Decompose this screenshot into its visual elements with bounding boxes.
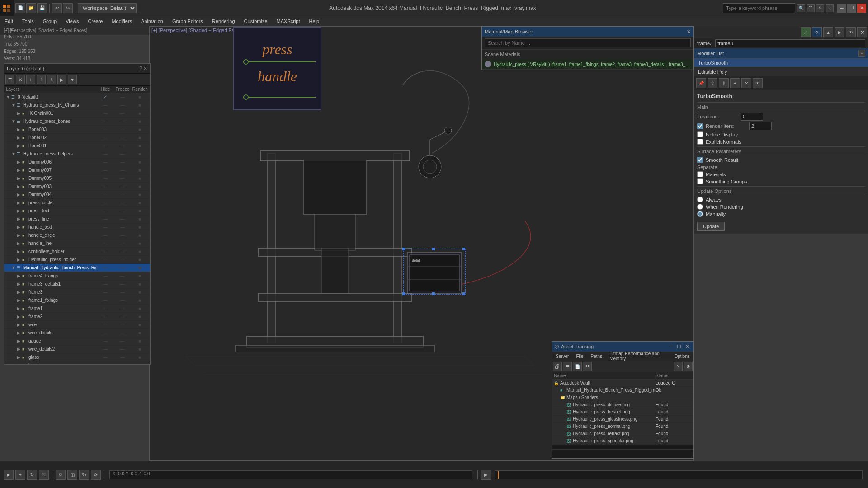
ts-render-iters-input[interactable]: 2 — [749, 122, 772, 130]
expand-handle_text[interactable]: ▶ — [17, 225, 22, 230]
freeze-col-press_circle[interactable]: — — [114, 200, 131, 205]
render-col-bone002[interactable]: ■ — [131, 135, 148, 140]
menu-help[interactable]: Help — [305, 16, 324, 26]
asset-row-manual-hydraulic-bench-press-r[interactable]: ■ Manual_Hydraulic_Bench_Press_Rigged_ma… — [552, 387, 693, 394]
render-col-dummy005[interactable]: ■ — [131, 176, 148, 181]
prop-name-input[interactable] — [715, 39, 865, 47]
layer-item-ikchain001[interactable]: ▶ ■ IK Chain001 — — ■ — [4, 109, 150, 117]
freeze-col-dummy004[interactable]: — — [114, 192, 131, 197]
expand-bone003[interactable]: ▶ — [17, 127, 22, 132]
expand-glass[interactable]: ▶ — [17, 355, 22, 360]
layer-move-up-btn[interactable]: ⇧ — [37, 75, 46, 84]
spinner-btn[interactable]: ⟳ — [91, 470, 101, 480]
menu-tools[interactable]: Tools — [18, 16, 38, 26]
filter-btn[interactable]: ☷ — [807, 4, 815, 12]
delete-modifier-btn[interactable]: ✕ — [741, 78, 751, 88]
layer-item-bone002[interactable]: ▶ ■ Bone002 — — ■ — [4, 134, 150, 142]
minimize-btn[interactable]: ─ — [837, 4, 846, 13]
expand-dummy006[interactable]: ▶ — [17, 160, 22, 164]
expand-handle_line[interactable]: ▶ — [17, 241, 22, 246]
layer-item-dummy003[interactable]: ▶ ■ Dummy003 — — ■ — [4, 183, 150, 191]
layer-item-hpbones[interactable]: ▼ ☰ Hydraulic_press_bones — — ■ — [4, 117, 150, 126]
layer-item-hand[interactable]: ▶ ■ hand — — ■ — [4, 361, 150, 364]
expand-layer0[interactable]: ▼ — [6, 94, 11, 99]
hide-col-hpik[interactable]: — — [97, 103, 114, 108]
hide-col-glass[interactable]: — — [97, 355, 114, 360]
ts-always-radio[interactable] — [697, 197, 703, 202]
prop-modify-tab[interactable]: ⛭ — [812, 27, 822, 37]
menu-maxscript[interactable]: MAXScript — [272, 16, 305, 26]
scale-btn[interactable]: ⇱ — [39, 470, 49, 480]
freeze-col-wire_details[interactable]: — — [114, 330, 131, 335]
render-col-handle_circle[interactable]: ■ — [131, 233, 148, 238]
layer-item-frame3_details1[interactable]: ▶ ■ frame3_details1 — — ■ — [4, 280, 150, 288]
layer-new-btn[interactable]: ☰ — [5, 75, 14, 84]
freeze-col-mhbpr[interactable]: — — [114, 265, 131, 270]
layer-item-press_circle[interactable]: ▶ ■ press_circle — — ■ — [4, 199, 150, 207]
modifier-turbosmooth[interactable]: TurboSmooth — [694, 58, 868, 67]
freeze-col-frame4_fixings[interactable]: — — [114, 273, 131, 278]
update-btn[interactable]: Update — [697, 222, 725, 231]
layer-item-wire_details[interactable]: ▶ ■ wire_details — — ■ — [4, 329, 150, 337]
ts-explicit-check[interactable] — [697, 139, 703, 145]
asset-menu-file[interactable]: File — [572, 352, 587, 361]
angle-btn[interactable]: ◫ — [67, 470, 77, 480]
render-col-frame2[interactable]: ■ — [131, 314, 148, 319]
freeze-col-dummy005[interactable]: — — [114, 176, 131, 181]
hide-col-dummy006[interactable]: — — [97, 160, 114, 164]
freeze-col-hphelpers[interactable]: — — [114, 151, 131, 156]
hide-col-frame1_fixings[interactable]: — — [97, 298, 114, 303]
menu-create[interactable]: Create — [83, 16, 107, 26]
render-col-press_text[interactable]: ■ — [131, 208, 148, 213]
freeze-col-dummy007[interactable]: — — [114, 168, 131, 173]
hide-col-frame4_fixings[interactable]: — — [97, 273, 114, 278]
render-col-layer0[interactable]: ■ — [131, 94, 148, 99]
undo-btn[interactable]: ↩ — [52, 3, 62, 13]
settings-btn[interactable]: ⚙ — [816, 4, 824, 12]
freeze-col-hp_holder[interactable]: — — [114, 257, 131, 262]
freeze-col-press_text[interactable]: — — [114, 208, 131, 213]
hide-col-dummy003[interactable]: — — [97, 184, 114, 189]
asset-row-hydraulic-press-fresnel-png[interactable]: 🖼 Hydraulic_press_fresnel.png Found — [552, 408, 693, 416]
asset-tb-3[interactable]: 📄 — [573, 362, 582, 371]
mat-search-input[interactable] — [485, 38, 691, 47]
render-col-frame4_fixings[interactable]: ■ — [131, 273, 148, 278]
render-col-press_line[interactable]: ■ — [131, 216, 148, 221]
render-col-hphelpers[interactable]: ■ — [131, 151, 148, 156]
freeze-col-glass[interactable]: — — [114, 355, 131, 360]
layer-item-press_text[interactable]: ▶ ■ press_text — — ■ — [4, 207, 150, 215]
render-col-frame1[interactable]: ■ — [131, 306, 148, 311]
layer-panel-question[interactable]: ? — [139, 66, 142, 71]
expand-dummy003[interactable]: ▶ — [17, 184, 22, 189]
expand-frame4_fixings[interactable]: ▶ — [17, 273, 22, 278]
render-col-handle_line[interactable]: ■ — [131, 241, 148, 246]
freeze-col-dummy006[interactable]: — — [114, 160, 131, 164]
asset-row-hydraulic-press-normal-png[interactable]: 🖼 Hydraulic_press_normal.png Found — [552, 423, 693, 430]
hide-col-bone003[interactable]: — — [97, 127, 114, 132]
freeze-col-handle_circle[interactable]: — — [114, 233, 131, 238]
show-modifier-btn[interactable]: 👁 — [753, 78, 763, 88]
ts-render-iters-check[interactable] — [697, 123, 703, 129]
mat-material-row[interactable]: Hydraulic_press ( VRayMtl ) [frame1, fra… — [482, 59, 693, 70]
layer-item-dummy004[interactable]: ▶ ■ Dummy004 — — ■ — [4, 191, 150, 199]
save-btn[interactable]: 💾 — [37, 3, 47, 13]
layer-item-bone001[interactable]: ▶ ■ Bone001 — — ■ — [4, 142, 150, 150]
asset-help-btn[interactable]: ? — [674, 362, 683, 371]
move-down-modifier-btn[interactable]: ⇩ — [719, 78, 729, 88]
render-col-dummy003[interactable]: ■ — [131, 184, 148, 189]
layer-item-bone003[interactable]: ▶ ■ Bone003 — — ■ — [4, 126, 150, 134]
layer-item-frame2[interactable]: ▶ ■ frame2 — — ■ — [4, 313, 150, 321]
render-col-frame3_details1[interactable]: ■ — [131, 282, 148, 286]
render-col-hpbones[interactable]: ■ — [131, 119, 148, 124]
freeze-col-hpbones[interactable]: — — [114, 119, 131, 124]
select-btn[interactable]: ▶ — [4, 470, 14, 480]
hide-col-mhbpr[interactable]: — — [97, 265, 114, 270]
close-btn[interactable]: ✕ — [857, 4, 866, 13]
freeze-col-controllers_holder[interactable]: — — [114, 249, 131, 254]
asset-tb-1[interactable]: 🗍 — [553, 362, 562, 371]
asset-row-hydraulic-press-refract-png[interactable]: 🖼 Hydraulic_press_refract.png Found — [552, 430, 693, 437]
asset-maximize-btn[interactable]: ☐ — [675, 344, 683, 350]
render-col-hp_holder[interactable]: ■ — [131, 257, 148, 262]
render-col-glass[interactable]: ■ — [131, 355, 148, 360]
render-col-wire[interactable]: ■ — [131, 322, 148, 327]
